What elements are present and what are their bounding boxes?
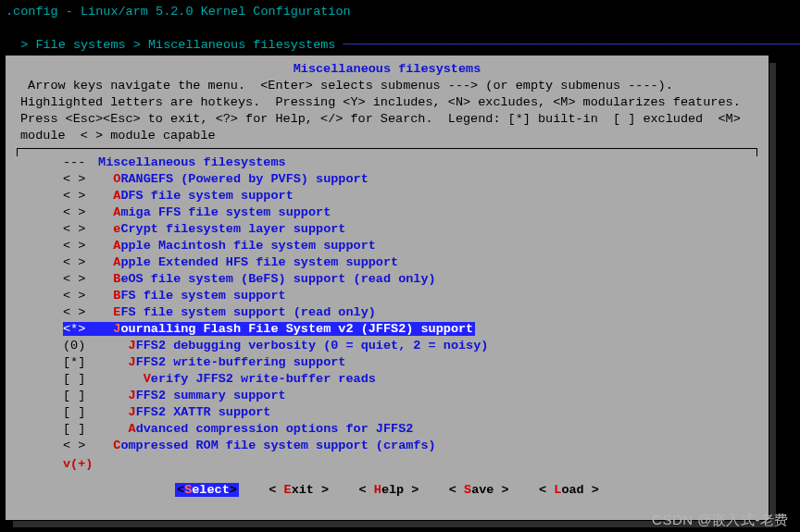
menu-item-state: (0) bbox=[63, 338, 91, 354]
breadcrumb-sep: > bbox=[126, 38, 148, 52]
breadcrumb-current: Miscellaneous filesystems bbox=[148, 38, 336, 52]
menu-item[interactable]: [ ] Verify JFFS2 write-buffer reads bbox=[63, 371, 757, 388]
menu-item-label: FS file system support (read only) bbox=[120, 305, 375, 319]
menu-list[interactable]: --- Miscellaneous filesystems< > ORANGEF… bbox=[17, 149, 757, 456]
menu-item-state: --- bbox=[63, 155, 91, 171]
title-bar: .config - Linux/arm 5.2.0 Kernel Configu… bbox=[6, 4, 794, 20]
save-button[interactable]: < Save > bbox=[449, 483, 509, 497]
menu-item[interactable]: [*] JFFS2 write-buffering support bbox=[63, 354, 757, 371]
menu-item-state: < > bbox=[63, 238, 91, 254]
menu-item-label: FFS2 summary support bbox=[136, 389, 286, 402]
menu-item[interactable]: < > Apple Extended HFS file system suppo… bbox=[63, 254, 757, 271]
menu-item-state: < > bbox=[63, 204, 91, 221]
menu-item-label: DFS file system support bbox=[120, 189, 293, 203]
menu-item[interactable]: < > BFS file system support bbox=[63, 288, 757, 304]
menu-item[interactable]: (0) JFFS2 debugging verbosity (0 = quiet… bbox=[63, 338, 757, 354]
menu-item-state: [ ] bbox=[63, 371, 91, 388]
menu-item[interactable]: < > ORANGEFS (Powered by PVFS) support bbox=[63, 171, 757, 188]
menu-item-label: FFS2 write-buffering support bbox=[136, 355, 346, 369]
menu-item-label: ompressed ROM file system support (cramf… bbox=[120, 439, 435, 452]
dialog-help-text: Arrow keys navigate the menu. <Enter> se… bbox=[17, 78, 757, 144]
menu-item-state: < > bbox=[63, 221, 91, 238]
breadcrumb-fill: ────────────────────────────────────────… bbox=[335, 38, 800, 52]
dialog-title: Miscellaneous filesystems bbox=[17, 61, 757, 78]
menu-item-label: ournalling Flash File System v2 (JFFS2) … bbox=[120, 322, 473, 336]
menu-frame: --- Miscellaneous filesystems< > ORANGEF… bbox=[17, 148, 757, 475]
menu-item-label: pple Extended HFS file system support bbox=[120, 255, 398, 269]
menu-item[interactable]: [ ] JFFS2 summary support bbox=[63, 388, 757, 404]
menu-item[interactable]: < > eCrypt filesystem layer support bbox=[63, 221, 757, 238]
menu-item[interactable]: < > Compressed ROM file system support (… bbox=[63, 438, 757, 454]
menu-item-label: Crypt filesystem layer support bbox=[120, 222, 345, 236]
menu-item-state: < > bbox=[63, 438, 91, 454]
menu-item-state: < > bbox=[63, 171, 91, 188]
menu-item-hotkey: J bbox=[129, 339, 136, 353]
button-bar: <Select> < Exit > < Help > < Save > < Lo… bbox=[17, 482, 757, 499]
menu-item-state: < > bbox=[63, 304, 91, 321]
watermark: CSDN @嵌入式-老费 bbox=[652, 512, 789, 528]
menu-item[interactable]: <*> Journalling Flash File System v2 (JF… bbox=[63, 321, 757, 338]
breadcrumb-parent: File systems bbox=[35, 38, 125, 52]
menu-item-state: < > bbox=[63, 271, 91, 288]
menu-item-state: < > bbox=[63, 288, 91, 304]
menu-item-state: [ ] bbox=[63, 404, 91, 421]
menu-item[interactable]: [ ] JFFS2 XATTR support bbox=[63, 404, 757, 421]
menu-item-label: FFS2 XATTR support bbox=[136, 405, 271, 419]
more-indicator: v(+) bbox=[63, 457, 93, 471]
menu-item-label: dvanced compression options for JFFS2 bbox=[136, 422, 414, 436]
menu-item-state: < > bbox=[63, 188, 91, 204]
select-button[interactable]: <Select> bbox=[175, 483, 239, 497]
menu-item-label: eOS file system (BeFS) support (read onl… bbox=[120, 272, 435, 286]
menu-item[interactable]: --- Miscellaneous filesystems bbox=[63, 155, 757, 171]
menu-item-hotkey: V bbox=[144, 372, 151, 386]
menu-item[interactable]: < > Apple Macintosh file system support bbox=[63, 238, 757, 254]
menu-item[interactable]: [ ] Advanced compression options for JFF… bbox=[63, 421, 757, 438]
menu-item-label: FS file system support bbox=[120, 289, 285, 303]
menu-item-state: < > bbox=[63, 254, 91, 271]
menu-item[interactable]: < > BeOS file system (BeFS) support (rea… bbox=[63, 271, 757, 288]
menu-item[interactable]: < > EFS file system support (read only) bbox=[63, 304, 757, 321]
menu-item-label: erify JFFS2 write-buffer reads bbox=[151, 372, 376, 386]
menu-item-label: FFS2 debugging verbosity (0 = quiet, 2 =… bbox=[136, 339, 489, 353]
load-button[interactable]: < Load > bbox=[539, 483, 599, 497]
breadcrumb: > File systems > Miscellaneous filesyste… bbox=[6, 20, 794, 54]
menu-item-label: Miscellaneous filesystems bbox=[98, 155, 286, 169]
menu-item-label: RANGEFS (Powered by PVFS) support bbox=[120, 172, 368, 186]
menu-item-hotkey: A bbox=[129, 422, 136, 436]
menu-item-state: [*] bbox=[63, 354, 91, 371]
menu-item[interactable]: < > ADFS file system support bbox=[63, 188, 757, 204]
menu-item-label: miga FFS file system support bbox=[120, 205, 331, 219]
exit-button[interactable]: < Exit > bbox=[269, 483, 329, 497]
breadcrumb-arrow: > bbox=[20, 38, 35, 52]
menu-item-hotkey: J bbox=[129, 405, 136, 419]
menu-item-hotkey: J bbox=[129, 355, 136, 369]
menu-item[interactable]: < > Amiga FFS file system support bbox=[63, 204, 757, 221]
menu-item-state: <*> bbox=[63, 321, 91, 338]
menu-item-state: [ ] bbox=[63, 388, 91, 404]
menu-item-hotkey: J bbox=[129, 389, 136, 402]
help-button[interactable]: < Help > bbox=[359, 483, 419, 497]
menu-item-label: pple Macintosh file system support bbox=[120, 239, 375, 253]
menuconfig-dialog: Miscellaneous filesystems Arrow keys nav… bbox=[6, 56, 769, 520]
menu-item-state: [ ] bbox=[63, 421, 91, 438]
